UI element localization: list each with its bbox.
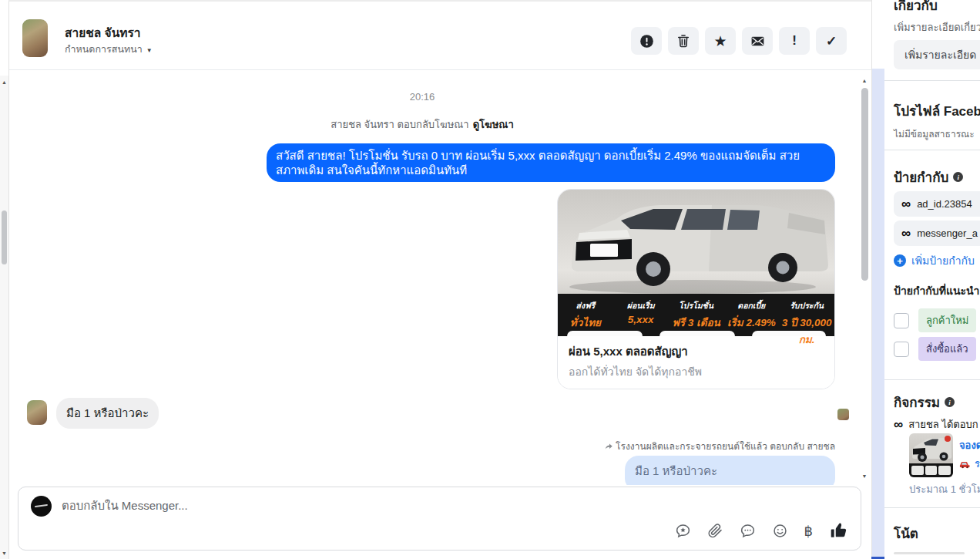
saved-replies-button[interactable]	[675, 523, 691, 539]
panel-gap	[871, 0, 884, 559]
checkbox-ordered[interactable]	[894, 342, 909, 357]
delete-icon	[676, 33, 691, 49]
seen-indicator-avatar	[837, 409, 849, 420]
conversation-setting-label: กำหนดการสนทนา	[65, 44, 143, 55]
divider	[884, 80, 980, 81]
activity-title-text: กิจกรรม	[894, 392, 940, 413]
ad-card[interactable]: ส่งฟรี ทั่วไทย ผ่อนเริ่ม 5,xxx โปรโมชั่น…	[557, 189, 835, 389]
scroll-up-icon[interactable]	[858, 76, 871, 85]
star-button[interactable]	[705, 27, 736, 55]
car-photo	[558, 190, 834, 294]
banner-label: รับประกัน	[779, 299, 834, 312]
banner-item: ดอกเบี้ย เริ่ม 2.49%	[723, 299, 779, 331]
conversation-setting-dropdown[interactable]: กำหนดการสนทนา	[65, 42, 153, 57]
add-label-text: เพิ่มป้ายกำกับ	[911, 252, 975, 269]
facebook-profile-section-title: โปรไฟล์ Facebook	[894, 100, 980, 121]
banner-value: เริ่ม 2.49%	[723, 314, 779, 331]
scroll-up-icon[interactable]	[0, 77, 8, 86]
like-icon	[829, 521, 848, 540]
attachment-button[interactable]	[707, 523, 723, 539]
page-logo-avatar	[31, 496, 52, 517]
view-ad-link[interactable]: ดูโฆษณา	[473, 119, 514, 130]
follow-up-button[interactable]	[779, 27, 810, 55]
ad-banner: ส่งฟรี ทั่วไทย ผ่อนเริ่ม 5,xxx โปรโมชั่น…	[558, 294, 834, 336]
meta-logo-icon	[894, 418, 903, 431]
banner-label: ดอกเบี้ย	[723, 299, 779, 312]
chat-panel: สายชล จันทรา กำหนดการสนทนา	[8, 0, 871, 559]
suggested-label-row: สั่งซื้อแล้ว	[894, 337, 976, 361]
reply-input[interactable]	[62, 493, 693, 517]
panel-gap-highlight	[872, 69, 885, 559]
banner-value: ทั่วไทย	[558, 314, 613, 331]
info-icon[interactable]	[945, 397, 955, 407]
banner-item: ผ่อนเริ่ม 5,xxx	[613, 299, 669, 325]
report-button[interactable]	[631, 27, 662, 55]
scroll-down-icon[interactable]	[0, 548, 8, 557]
ad-banner-box	[752, 331, 826, 336]
contact-name: สายชล จันทรา	[65, 23, 141, 42]
thumbnail-badge	[945, 436, 951, 442]
labels-title-text: ป้ายกำกับ	[894, 167, 948, 187]
payment-button[interactable]	[804, 523, 813, 540]
contact-avatar[interactable]	[22, 19, 48, 57]
reply-composer	[18, 487, 861, 551]
info-icon[interactable]	[953, 172, 963, 182]
attachment-icon	[707, 523, 723, 539]
incoming-message-bubble: มือ 1 หรือป่าวคะ	[56, 398, 159, 429]
tag-ordered[interactable]: สั่งซื้อแล้ว	[918, 337, 976, 361]
chevron-down-icon	[143, 44, 153, 55]
meta-logo-icon	[901, 227, 911, 240]
reply-arrow-icon	[604, 442, 613, 451]
conversation-list-scrollbar[interactable]	[0, 76, 8, 559]
report-icon	[639, 33, 655, 49]
checkbox-new-customer[interactable]	[894, 313, 909, 328]
quoted-message-bubble: มือ 1 หรือป่าวคะ	[625, 456, 835, 485]
like-button[interactable]	[829, 521, 848, 540]
ad-card-image: ส่งฟรี ทั่วไทย ผ่อนเริ่ม 5,xxx โปรโมชั่น…	[558, 190, 834, 336]
about-description: เพิ่มรายละเอียดเกี่ยว	[894, 19, 980, 35]
sender-avatar	[27, 400, 47, 425]
label-pill-ad-id[interactable]: ad_id.23854	[894, 191, 980, 217]
banner-value: 5,xxx	[613, 314, 669, 325]
add-details-button[interactable]: เพิ่มรายละเอียด	[894, 40, 980, 69]
chat-scrollbar[interactable]	[858, 76, 871, 480]
tag-new-customer[interactable]: ลูกค้าใหม่	[918, 308, 976, 332]
activity-item-subtitle[interactable]: ร	[959, 456, 980, 472]
emoji-button[interactable]	[772, 523, 788, 539]
banner-item: ส่งฟรี ทั่วไทย	[558, 299, 613, 331]
activity-entry-text: สายชล ได้ตอบก	[908, 416, 978, 433]
scrollbar-thumb[interactable]	[861, 88, 868, 281]
mark-unread-button[interactable]	[742, 27, 773, 55]
ad-context-line: สายชล จันทรา ตอบกลับโฆษณาดูโฆษณา	[9, 116, 835, 133]
notes-title-text: โน้ต	[894, 523, 918, 544]
car-icon	[959, 460, 971, 469]
messages-area: 20:16 สายชล จันทรา ตอบกลับโฆษณาดูโฆษณา ส…	[9, 71, 872, 485]
banner-label: โปรโมชั่น	[669, 299, 724, 312]
label-text: ad_id.23854	[917, 198, 972, 210]
mark-unread-icon	[750, 33, 766, 49]
comment-button[interactable]	[740, 523, 756, 539]
facebook-profile-title-text: โปรไฟล์ Facebook	[894, 100, 980, 121]
suggested-labels-title: ป้ายกำกับที่แนะนำ	[894, 282, 979, 299]
add-label-button[interactable]: เพิ่มป้ายกำกับ	[894, 252, 975, 269]
notes-section-title: โน้ต	[894, 523, 918, 544]
scrollbar-thumb[interactable]	[2, 210, 7, 264]
divider	[884, 379, 980, 380]
suggested-label-row: ลูกค้าใหม่	[894, 308, 976, 332]
ad-card-subtitle: ออกได้ทั่วไทย จัดได้ทุกอาชีพ	[569, 363, 824, 380]
saved-replies-icon	[675, 523, 691, 539]
scroll-down-icon[interactable]	[858, 471, 871, 480]
delete-button[interactable]	[668, 27, 699, 55]
meta-logo-icon	[901, 197, 911, 210]
comment-icon	[740, 523, 756, 539]
banner-label: ผ่อนเริ่ม	[613, 299, 669, 312]
label-pill-messenger[interactable]: messenger_a	[894, 221, 980, 246]
activity-item-title-link[interactable]: จองด	[959, 437, 980, 453]
about-section-title: เกี่ยวกับ	[894, 0, 938, 15]
ad-banner-box	[659, 331, 735, 336]
mark-done-button[interactable]	[816, 27, 847, 55]
divider	[884, 150, 980, 150]
ad-context-text: สายชล จันทรา ตอบกลับโฆษณา	[331, 119, 468, 130]
activity-ad-thumbnail[interactable]	[909, 433, 953, 477]
about-title-text: เกี่ยวกับ	[894, 0, 938, 15]
